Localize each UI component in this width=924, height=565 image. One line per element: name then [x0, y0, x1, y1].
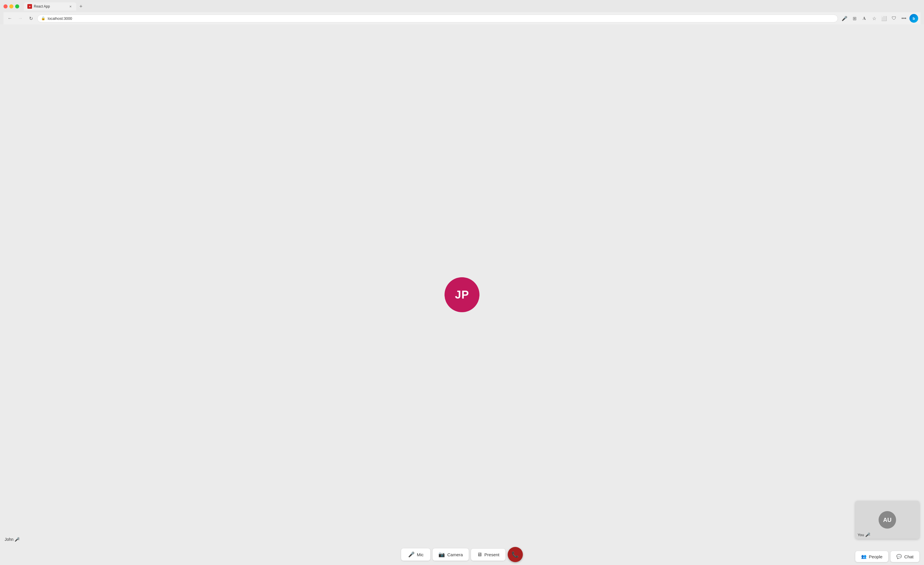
address-bar[interactable]: 🔒 localhost:3000 [37, 15, 838, 23]
back-btn[interactable]: ← [6, 14, 14, 23]
present-btn[interactable]: 🖥 Present [471, 549, 506, 560]
tab-bar: ⚛ React App ✕ + [24, 2, 85, 11]
self-muted-icon: 🎤̶ [865, 532, 870, 537]
browser-essentials-btn[interactable]: 🛡 [890, 14, 898, 23]
lock-icon: 🔒 [41, 16, 45, 20]
end-call-icon: 📞 [512, 551, 519, 558]
self-avatar: AU [879, 511, 896, 529]
people-btn[interactable]: 👥 People [855, 551, 888, 562]
toolbar-icons: 🎤 ⊞ 𝐀 ☆ ⬜ 🛡 ••• b [840, 14, 918, 23]
chat-label: Chat [904, 554, 914, 559]
self-view: AU You 🎤̶ [855, 501, 920, 539]
main-participant-avatar: JP [444, 277, 480, 312]
present-icon: 🖥 [477, 551, 482, 558]
favorites-btn[interactable]: ☆ [870, 14, 879, 23]
mic-icon: 🎤 [408, 551, 414, 558]
bing-btn[interactable]: b [909, 14, 918, 23]
chat-btn[interactable]: 💬 Chat [891, 551, 920, 562]
close-window-btn[interactable] [3, 5, 8, 9]
tab-title: React App [34, 5, 66, 9]
titlebar: ⚛ React App ✕ + [3, 2, 921, 11]
video-main-area: JP [0, 24, 924, 565]
you-label: You [858, 533, 864, 537]
microphone-toolbar-btn[interactable]: 🎤 [840, 14, 849, 23]
settings-btn[interactable]: ••• [900, 14, 908, 23]
end-call-btn[interactable]: 📞 [508, 547, 523, 562]
present-label: Present [484, 552, 500, 557]
camera-label: Camera [447, 552, 463, 557]
extensions-btn[interactable]: ⊞ [850, 14, 859, 23]
browser-chrome: ⚛ React App ✕ + ← → ↻ 🔒 localhost:3000 🎤… [0, 0, 924, 24]
tab-favicon: ⚛ [27, 4, 32, 9]
forward-btn: → [16, 14, 24, 23]
app-content: JP John 🎤̶ AU You 🎤̶ 🎤 Mic 📷 Camera 🖥 Pr… [0, 24, 924, 565]
maximize-window-btn[interactable] [15, 5, 19, 9]
self-label: You 🎤̶ [858, 532, 870, 537]
chat-icon: 💬 [896, 554, 902, 559]
browser-toolbar: ← → ↻ 🔒 localhost:3000 🎤 ⊞ 𝐀 ☆ ⬜ 🛡 ••• b [3, 12, 921, 24]
camera-btn[interactable]: 📷 Camera [433, 548, 468, 560]
url-text: localhost:3000 [48, 16, 72, 21]
people-icon: 👥 [861, 554, 867, 559]
mic-label: Mic [417, 552, 424, 557]
mic-btn[interactable]: 🎤 Mic [401, 548, 430, 560]
minimize-window-btn[interactable] [9, 5, 14, 9]
new-tab-btn[interactable]: + [77, 2, 85, 11]
split-screen-btn[interactable]: ⬜ [880, 14, 888, 23]
camera-icon: 📷 [438, 551, 445, 558]
reload-btn[interactable]: ↻ [27, 14, 35, 23]
svg-text:⚛: ⚛ [29, 6, 31, 8]
control-bar: 🎤 Mic 📷 Camera 🖥 Present 📞 👥 People 💬 Ch… [0, 544, 924, 565]
read-aloud-btn[interactable]: 𝐀 [860, 14, 869, 23]
traffic-lights [3, 5, 19, 9]
right-controls: 👥 People 💬 Chat [855, 551, 920, 562]
people-label: People [869, 554, 883, 559]
active-tab[interactable]: ⚛ React App ✕ [24, 2, 76, 11]
tab-close-btn[interactable]: ✕ [68, 4, 73, 9]
